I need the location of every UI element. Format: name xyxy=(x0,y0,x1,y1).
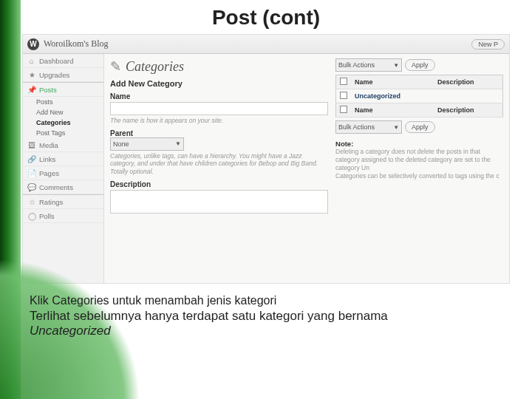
name-input[interactable] xyxy=(110,102,328,115)
wordpress-logo-icon: W xyxy=(27,38,39,50)
sidebar-item-label: Upgrades xyxy=(39,71,69,79)
comment-icon: 💬 xyxy=(27,183,36,191)
sidebar-item-label: Dashboard xyxy=(39,57,73,65)
media-icon: 🖼 xyxy=(27,140,36,149)
sidebar-item-polls[interactable]: ◯ Polls xyxy=(23,209,103,223)
select-all-checkbox-top[interactable] xyxy=(340,78,347,85)
caption-line-1: Klik Categories untuk menambah jenis kat… xyxy=(30,294,514,307)
add-new-category-heading: Add New Category xyxy=(110,79,328,88)
row-checkbox[interactable] xyxy=(340,92,347,99)
sidebar-item-links[interactable]: 🔗 Links xyxy=(23,152,103,166)
sidebar-item-label: Media xyxy=(39,141,58,149)
parent-field-label: Parent xyxy=(110,129,328,137)
bulk-actions-value: Bulk Actions xyxy=(338,123,375,131)
bulk-actions-select[interactable]: Bulk Actions ▼ xyxy=(335,58,402,72)
apply-button-bottom[interactable]: Apply xyxy=(405,121,435,133)
note-text-2: Categories can be selectively converted … xyxy=(335,172,503,180)
parent-hint: Categories, unlike tags, can have a hier… xyxy=(110,152,328,176)
select-all-checkbox-bottom[interactable] xyxy=(340,106,347,113)
apply-button-top[interactable]: Apply xyxy=(405,59,435,71)
new-post-button[interactable]: New P xyxy=(471,39,505,50)
description-input[interactable] xyxy=(110,190,328,214)
category-name-link[interactable]: Uncategorized xyxy=(351,89,434,103)
sidebar-item-label: Posts xyxy=(39,86,57,94)
sidebar-sub-categories[interactable]: Categories xyxy=(23,117,103,128)
page-title: Categories xyxy=(126,59,184,75)
page-icon: 📄 xyxy=(27,168,36,177)
name-field-label: Name xyxy=(110,92,328,100)
sidebar-item-label: Comments xyxy=(39,183,73,191)
sidebar-sub-posts[interactable]: Posts xyxy=(23,97,103,107)
table-col-name-footer[interactable]: Name xyxy=(351,103,434,117)
blog-name[interactable]: Woroilkom's Blog xyxy=(44,38,109,50)
sidebar-item-label: Pages xyxy=(39,169,59,177)
caption-line-2: Terlihat sebelumnya hanya terdapat satu … xyxy=(30,309,514,324)
name-hint: The name is how it appears on your site. xyxy=(110,117,328,125)
caption-line-3: Uncategorized xyxy=(30,324,514,338)
star-icon: ★ xyxy=(27,70,36,79)
sidebar-item-upgrades[interactable]: ★ Upgrades xyxy=(23,68,103,82)
note-heading: Note: xyxy=(335,140,503,148)
parent-select[interactable]: None ▼ xyxy=(110,137,184,151)
ratings-icon: ☆ xyxy=(27,197,36,206)
wp-admin-header: W Woroilkom's Blog New P xyxy=(23,35,509,54)
chevron-down-icon: ▼ xyxy=(393,124,399,131)
chevron-down-icon: ▼ xyxy=(175,140,181,147)
table-col-description-footer[interactable]: Description xyxy=(434,103,502,117)
table-row: Uncategorized xyxy=(336,89,503,103)
link-icon: 🔗 xyxy=(27,154,36,163)
sidebar-sub-add-new[interactable]: Add New xyxy=(23,107,103,117)
category-page-icon: ✎ xyxy=(110,58,121,75)
bulk-actions-value: Bulk Actions xyxy=(338,61,375,69)
bulk-actions-select-bottom[interactable]: Bulk Actions ▼ xyxy=(335,120,402,134)
note-text: Deleting a category does not delete the … xyxy=(335,148,503,172)
sidebar-item-pages[interactable]: 📄 Pages xyxy=(23,166,103,180)
description-field-label: Description xyxy=(110,180,328,188)
categories-table: Name Description Uncategorized xyxy=(335,75,503,117)
sidebar-item-label: Ratings xyxy=(39,198,63,206)
sidebar-item-label: Links xyxy=(39,155,55,163)
parent-select-value: None xyxy=(113,140,129,148)
slide-title: Post (cont) xyxy=(0,0,532,34)
category-list-panel: Bulk Actions ▼ Apply Name Description xyxy=(335,58,503,279)
sidebar-sub-post-tags[interactable]: Post Tags xyxy=(23,128,103,138)
sidebar-item-ratings[interactable]: ☆ Ratings xyxy=(23,195,103,209)
sidebar-item-comments[interactable]: 💬 Comments xyxy=(23,180,103,194)
table-col-name[interactable]: Name xyxy=(351,75,434,89)
sidebar-item-posts[interactable]: 📌 Posts xyxy=(23,83,103,97)
pin-icon: 📌 xyxy=(27,85,36,94)
sidebar-item-dashboard[interactable]: ⌂ Dashboard xyxy=(23,54,103,68)
sidebar-item-media[interactable]: 🖼 Media xyxy=(23,138,103,152)
chevron-down-icon: ▼ xyxy=(393,62,399,69)
sidebar-item-label: Polls xyxy=(39,212,55,220)
home-icon: ⌂ xyxy=(27,56,36,65)
polls-icon: ◯ xyxy=(27,211,36,220)
slide-captions: Klik Categories untuk menambah jenis kat… xyxy=(30,294,514,338)
table-col-description[interactable]: Description xyxy=(434,75,502,89)
